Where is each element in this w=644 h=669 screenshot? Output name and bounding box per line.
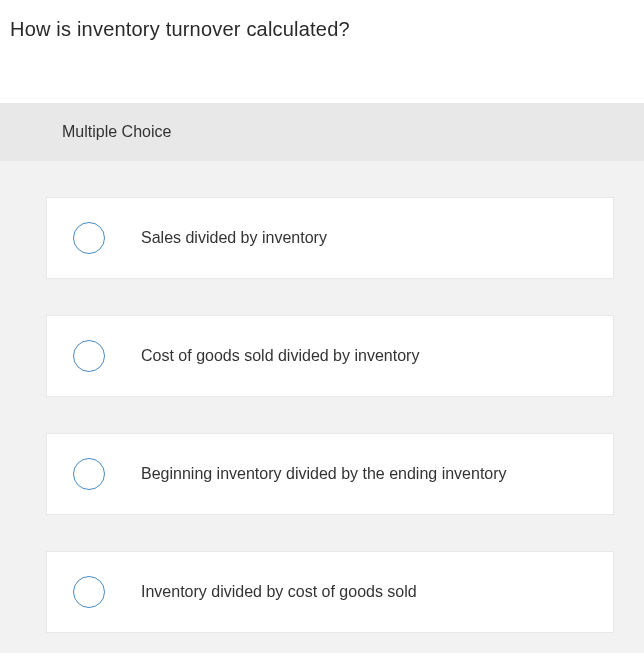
radio-icon[interactable] [73,340,105,372]
option-item[interactable]: Inventory divided by cost of goods sold [46,551,614,633]
options-list: Sales divided by inventory Cost of goods… [0,161,644,633]
radio-icon[interactable] [73,222,105,254]
option-label: Inventory divided by cost of goods sold [141,580,417,604]
question-text: How is inventory turnover calculated? [0,0,644,41]
option-item[interactable]: Beginning inventory divided by the endin… [46,433,614,515]
radio-icon[interactable] [73,458,105,490]
option-label: Beginning inventory divided by the endin… [141,462,507,486]
option-item[interactable]: Sales divided by inventory [46,197,614,279]
option-item[interactable]: Cost of goods sold divided by inventory [46,315,614,397]
option-label: Sales divided by inventory [141,226,327,250]
option-label: Cost of goods sold divided by inventory [141,344,419,368]
radio-icon[interactable] [73,576,105,608]
section-header: Multiple Choice [0,103,644,161]
multiple-choice-container: Multiple Choice Sales divided by invento… [0,103,644,653]
